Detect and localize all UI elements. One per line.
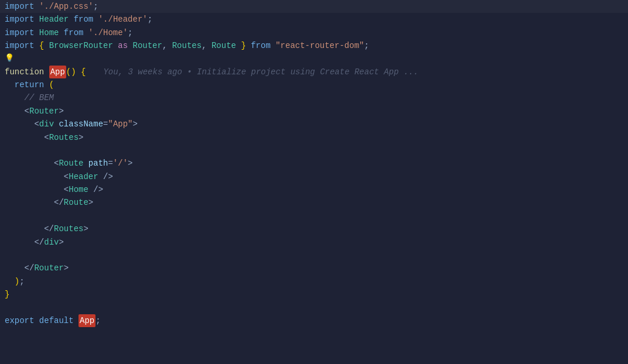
code-line-19: </ div > (0, 236, 628, 249)
code-line-5: 💡 (0, 53, 628, 66)
code-line-8: // BEM (0, 91, 628, 104)
code-line-12 (0, 144, 628, 157)
code-line-7: return ( (0, 78, 628, 91)
code-line-3: import Home from './Home' ; (0, 26, 628, 39)
code-line-16: </ Route > (0, 196, 628, 209)
code-line-10: < div className = "App" > (0, 118, 628, 131)
token-import: import (5, 0, 34, 13)
code-line-6: function App () { You, 3 weeks ago • Ini… (0, 66, 628, 78)
code-line-15: < Home /> (0, 183, 628, 196)
bulb-icon: 💡 (5, 53, 14, 65)
export-app-highlight: App (78, 314, 95, 327)
token-string: './App.css' (39, 0, 93, 13)
app-highlight: App (49, 66, 66, 78)
code-editor: import './App.css' ; import Header from … (0, 0, 628, 364)
code-line-13: < Route path = '/' > (0, 157, 628, 170)
code-line-25: export default App ; (0, 314, 628, 327)
code-line-21: </ Router > (0, 262, 628, 274)
code-line-4: import { BrowserRouter as Router , Route… (0, 39, 628, 52)
code-line-2: import Header from './Header' ; (0, 13, 628, 26)
git-inline-hint: You, 3 weeks ago • Initialize project us… (103, 66, 418, 78)
code-line-14: < Header /> (0, 170, 628, 183)
code-line-18: </ Routes > (0, 222, 628, 235)
code-line-9: < Router > (0, 105, 628, 118)
code-line-1: import './App.css' ; (0, 0, 628, 13)
code-line-20 (0, 249, 628, 262)
code-line-23: } (0, 288, 628, 301)
code-line-22: ) ; (0, 275, 628, 288)
code-line-24 (0, 301, 628, 314)
code-line-11: < Routes > (0, 131, 628, 144)
code-line-17 (0, 210, 628, 222)
